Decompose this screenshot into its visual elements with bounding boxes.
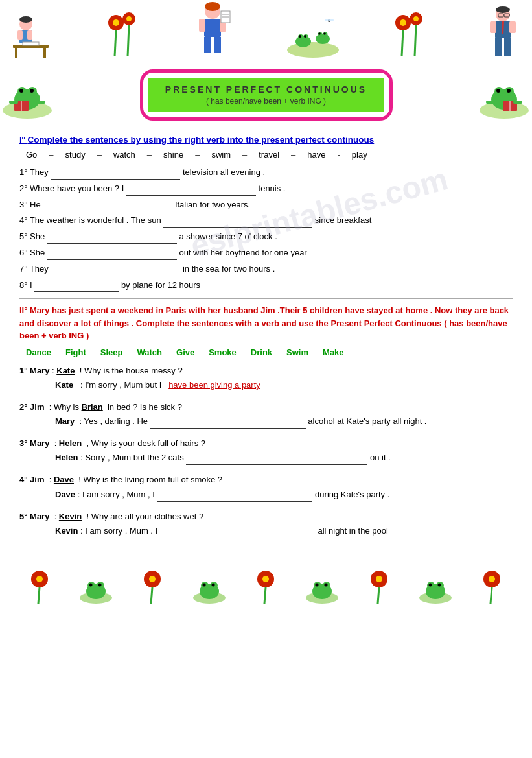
blank-8[interactable] (34, 283, 119, 292)
svg-point-105 (376, 576, 382, 582)
svg-rect-52 (504, 38, 511, 56)
d3-speaker1: Mary (30, 438, 49, 448)
dialogue-5: 5° Mary : Kevin ! Why are all your cloth… (19, 510, 513, 538)
businessman-icon (477, 5, 522, 62)
blank-7[interactable] (51, 267, 180, 276)
bottom-bar (0, 559, 532, 616)
svg-point-30 (304, 35, 306, 38)
d4-speaker1: Jim (30, 475, 44, 484)
d3-name: Helen (59, 438, 82, 448)
svg-rect-1 (15, 48, 17, 58)
section1-label: Iº (19, 135, 25, 145)
d5-blank[interactable] (160, 529, 316, 538)
svg-rect-24 (214, 37, 221, 53)
blank-2[interactable] (126, 187, 256, 196)
section1-instruction: Complete the sentences by using the righ… (27, 135, 374, 145)
bottom-frog4-icon (418, 569, 454, 606)
svg-line-88 (151, 587, 152, 604)
bottom-frog3-icon (305, 569, 340, 606)
svg-point-35 (323, 32, 326, 35)
svg-point-7 (19, 16, 32, 23)
w2-watch: Watch (137, 348, 162, 357)
svg-point-62 (30, 89, 34, 93)
d3-speaker2: Helen (55, 453, 78, 462)
svg-point-16 (205, 2, 220, 11)
d2-name: Brian (82, 402, 103, 412)
s1-item1: 1° They television all evening . (19, 166, 513, 180)
w2-sleep: Sleep (100, 348, 123, 357)
svg-point-103 (325, 583, 328, 586)
svg-rect-48 (490, 21, 496, 33)
svg-rect-17 (204, 19, 221, 37)
s1-item3: 3° He Italian for two years. (19, 198, 513, 212)
word-swim: swim (211, 150, 231, 160)
dash4: – (195, 150, 200, 160)
svg-rect-49 (509, 21, 516, 33)
d5-answer: Kevin : I am sorry , Mum . I all night i… (55, 524, 513, 538)
d5-speaker2: Kevin (55, 526, 78, 536)
d5-question: 5° Mary : Kevin ! Why are all your cloth… (19, 510, 513, 524)
w2-smoke: Smoke (209, 348, 237, 357)
section2-wordbank: Dance Fight Sleep Watch Give Smoke Drink… (19, 348, 513, 357)
d3-blank[interactable] (186, 456, 367, 465)
svg-point-112 (437, 583, 441, 586)
dialogue-3: 3° Mary : Helen , Why is your desk full … (19, 436, 513, 465)
d1-name: Kate (56, 366, 75, 375)
boy-pencil-icon (190, 1, 235, 62)
d1-speaker2: Kate (55, 380, 73, 390)
svg-point-87 (149, 576, 156, 582)
svg-point-102 (316, 583, 319, 586)
student-desk-icon (10, 11, 55, 62)
svg-point-25 (287, 42, 339, 58)
d3-question: 3° Mary : Helen , Why is your desk full … (19, 436, 513, 451)
blank-5[interactable] (47, 235, 177, 244)
s1-item7: 7° They in the sea for two hours . (19, 263, 513, 276)
svg-point-93 (202, 583, 205, 586)
svg-point-94 (211, 583, 214, 586)
svg-line-79 (38, 587, 40, 604)
s1-item2: 2° Where have you been ? I tennis . (19, 182, 513, 196)
d1-answer: Kate : I'm sorry , Mum but I have been g… (55, 378, 513, 392)
dialogue-1: 1° Mary : Kate ! Why is the house messy … (19, 364, 513, 392)
svg-point-12 (126, 16, 132, 21)
s1-item8: 8° I by plane for 12 hours (19, 279, 513, 292)
svg-point-34 (318, 32, 321, 35)
bottom-frog2-icon (192, 569, 227, 606)
svg-point-85 (98, 583, 101, 586)
flowers-left-icon (103, 11, 142, 62)
svg-point-71 (496, 89, 500, 93)
svg-point-114 (489, 576, 495, 582)
blank-1[interactable] (51, 171, 180, 180)
bottom-flower2-icon (138, 569, 167, 606)
word-study: study (65, 150, 86, 160)
svg-line-44 (415, 25, 416, 56)
d1-question: 1° Mary : Kate ! Why is the house messy … (19, 364, 513, 378)
d1-answer-text: have been giving a party (168, 380, 260, 390)
divider (19, 298, 513, 299)
d2-speaker2: Mary (55, 416, 75, 426)
blank-6[interactable] (47, 251, 177, 260)
section1: Iº Complete the sentences by using the r… (19, 135, 513, 292)
svg-rect-6 (27, 30, 32, 40)
frog-right-reading-icon (477, 68, 532, 122)
d5-name: Kevin (59, 512, 82, 521)
svg-point-84 (89, 583, 92, 586)
svg-point-111 (428, 583, 432, 586)
s1-item5: 5° She a shower since 7 o' clock . (19, 230, 513, 244)
d2-blank[interactable] (150, 420, 306, 429)
word-shine: shine (163, 150, 183, 160)
main-content: Iº Complete the sentences by using the r… (0, 128, 532, 552)
svg-rect-2 (43, 48, 46, 58)
blank-4[interactable] (163, 219, 312, 228)
s1-item6: 6° She out with her boyfriend for one ye… (19, 246, 513, 260)
svg-line-106 (378, 587, 379, 604)
blank-3[interactable] (43, 202, 172, 211)
dash3: – (147, 150, 152, 160)
w2-give: Give (176, 348, 194, 357)
title-section: PRESENT PERFECT CONTINUOUS ( has been/ha… (0, 65, 532, 128)
section2: II° Mary has just spent a weekend in Par… (19, 304, 513, 538)
svg-point-61 (19, 89, 23, 93)
svg-point-41 (400, 19, 406, 26)
section2-title: II° Mary has just spent a weekend in Par… (19, 304, 513, 342)
d4-blank[interactable] (157, 493, 312, 502)
